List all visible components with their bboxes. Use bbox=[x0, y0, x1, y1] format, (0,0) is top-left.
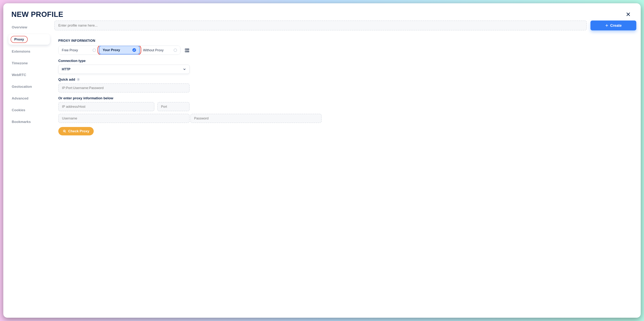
port-input[interactable] bbox=[157, 102, 190, 111]
label-text: Or enter proxy information below bbox=[58, 96, 113, 100]
label-text: Connection type bbox=[58, 59, 86, 63]
sidebar-item-label: Cookies bbox=[12, 108, 25, 112]
svg-point-6 bbox=[186, 49, 186, 49]
proxy-mode-label: Your Proxy bbox=[103, 48, 120, 52]
proxy-mode-row: Free Proxy Your Proxy Without Proxy bbox=[58, 46, 632, 55]
connection-type-value: HTTP bbox=[62, 67, 70, 71]
sidebar-item-label: Proxy bbox=[14, 37, 24, 41]
sidebar-item-highlight: Proxy bbox=[11, 36, 28, 43]
connection-type-label: Connection type bbox=[58, 59, 632, 63]
sidebar-item-label: Overview bbox=[12, 25, 27, 29]
sidebar-item-geolocation[interactable]: Geolocation bbox=[8, 82, 50, 92]
modal-header: NEW PROFILE bbox=[3, 3, 641, 20]
sidebar-item-extensions[interactable]: Extensions bbox=[8, 46, 50, 56]
main-panel: Create PROXY INFORMATION Free Proxy Your… bbox=[54, 20, 636, 313]
sidebar-item-label: Geolocation bbox=[12, 85, 32, 88]
profile-name-input[interactable] bbox=[54, 20, 587, 30]
sidebar-item-label: WebRTC bbox=[12, 73, 26, 77]
server-icon bbox=[184, 47, 190, 53]
search-check-icon bbox=[63, 129, 66, 133]
proxy-card: PROXY INFORMATION Free Proxy Your Proxy bbox=[54, 35, 636, 313]
quick-add-input[interactable] bbox=[58, 83, 190, 92]
proxy-mode-without[interactable]: Without Proxy bbox=[140, 46, 180, 55]
ip-host-input[interactable] bbox=[58, 102, 154, 111]
sidebar-item-cookies[interactable]: Cookies bbox=[8, 105, 50, 115]
label-text: Quick add bbox=[58, 77, 75, 81]
proxy-mode-your[interactable]: Your Proxy bbox=[99, 46, 140, 54]
sidebar-item-timezone[interactable]: Timezone bbox=[8, 58, 50, 68]
sidebar-item-proxy[interactable]: Proxy bbox=[8, 34, 50, 45]
sidebar-item-label: Bookmarks bbox=[12, 120, 31, 124]
radio-unselected-icon bbox=[92, 48, 96, 52]
create-button[interactable]: Create bbox=[590, 20, 636, 30]
check-proxy-label: Check Proxy bbox=[68, 129, 89, 133]
create-button-label: Create bbox=[610, 23, 622, 28]
sidebar-item-label: Advanced bbox=[12, 96, 28, 100]
sidebar-item-label: Timezone bbox=[12, 61, 28, 65]
proxy-mode-label: Without Proxy bbox=[143, 48, 164, 52]
sidebar-item-advanced[interactable]: Advanced bbox=[8, 93, 50, 103]
svg-rect-5 bbox=[185, 50, 189, 52]
modal-title: NEW PROFILE bbox=[11, 10, 63, 18]
manual-entry-label: Or enter proxy information below bbox=[58, 96, 632, 100]
sidebar-item-bookmarks[interactable]: Bookmarks bbox=[8, 117, 50, 127]
quick-add-label: Quick add ? bbox=[58, 77, 632, 81]
server-manage-button[interactable] bbox=[184, 47, 190, 53]
name-row: Create bbox=[54, 20, 636, 30]
manual-entry-stack bbox=[58, 102, 632, 123]
help-icon[interactable]: ? bbox=[77, 78, 80, 81]
sidebar: Overview Proxy Extensions Timezone WebRT… bbox=[8, 20, 50, 313]
modal-body: Overview Proxy Extensions Timezone WebRT… bbox=[3, 20, 641, 318]
chevron-down-icon bbox=[183, 68, 186, 71]
sidebar-item-webrtc[interactable]: WebRTC bbox=[8, 70, 50, 80]
svg-point-7 bbox=[186, 51, 186, 52]
proxy-mode-label: Free Proxy bbox=[62, 48, 78, 52]
section-title: PROXY INFORMATION bbox=[58, 39, 632, 43]
username-input[interactable] bbox=[58, 114, 190, 123]
new-profile-modal: NEW PROFILE Overview Proxy Extensions Ti… bbox=[3, 3, 641, 318]
plus-icon bbox=[605, 24, 608, 27]
svg-rect-4 bbox=[185, 48, 189, 50]
radio-selected-icon bbox=[132, 48, 136, 52]
connection-type-select[interactable]: HTTP bbox=[58, 65, 190, 74]
svg-line-9 bbox=[65, 132, 66, 132]
proxy-mode-segment: Free Proxy Your Proxy Without Proxy bbox=[58, 46, 180, 55]
check-proxy-button[interactable]: Check Proxy bbox=[58, 127, 94, 135]
proxy-mode-free[interactable]: Free Proxy bbox=[58, 46, 99, 55]
password-input[interactable] bbox=[190, 114, 322, 123]
close-button[interactable] bbox=[624, 10, 633, 19]
radio-unselected-icon bbox=[174, 48, 177, 52]
ip-port-row bbox=[58, 102, 190, 111]
sidebar-item-label: Extensions bbox=[12, 49, 30, 53]
sidebar-item-overview[interactable]: Overview bbox=[8, 22, 50, 32]
close-icon bbox=[626, 12, 630, 17]
